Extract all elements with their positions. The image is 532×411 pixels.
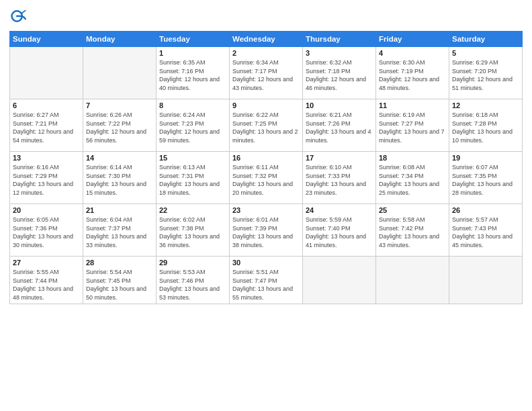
day-number: 19 bbox=[452, 154, 519, 162]
calendar-cell: 19Sunrise: 6:07 AM Sunset: 7:35 PM Dayli… bbox=[449, 152, 523, 204]
day-number: 16 bbox=[232, 154, 300, 162]
day-number: 8 bbox=[159, 101, 226, 109]
day-number: 29 bbox=[159, 259, 226, 267]
calendar-cell: 24Sunrise: 5:59 AM Sunset: 7:40 PM Dayli… bbox=[303, 204, 376, 257]
calendar-week-row: 6Sunrise: 6:27 AM Sunset: 7:21 PM Daylig… bbox=[10, 99, 523, 152]
day-info: Sunrise: 5:51 AM Sunset: 7:47 PM Dayligh… bbox=[232, 268, 300, 302]
calendar-cell: 22Sunrise: 6:02 AM Sunset: 7:38 PM Dayli… bbox=[157, 204, 230, 257]
calendar-cell: 7Sunrise: 6:26 AM Sunset: 7:22 PM Daylig… bbox=[83, 99, 157, 152]
day-info: Sunrise: 6:35 AM Sunset: 7:16 PM Dayligh… bbox=[159, 58, 226, 92]
day-number: 14 bbox=[86, 154, 153, 162]
day-number: 26 bbox=[452, 206, 519, 214]
day-number: 2 bbox=[232, 49, 300, 57]
day-number: 25 bbox=[379, 206, 446, 214]
calendar-week-row: 1Sunrise: 6:35 AM Sunset: 7:16 PM Daylig… bbox=[10, 47, 523, 99]
calendar-cell: 2Sunrise: 6:34 AM Sunset: 7:17 PM Daylig… bbox=[230, 47, 303, 99]
calendar-week-row: 13Sunrise: 6:16 AM Sunset: 7:29 PM Dayli… bbox=[10, 152, 523, 204]
calendar-cell: 9Sunrise: 6:22 AM Sunset: 7:25 PM Daylig… bbox=[230, 99, 303, 152]
day-info: Sunrise: 6:27 AM Sunset: 7:21 PM Dayligh… bbox=[13, 111, 80, 144]
calendar-cell: 27Sunrise: 5:55 AM Sunset: 7:44 PM Dayli… bbox=[10, 257, 83, 304]
header bbox=[9, 7, 523, 26]
day-number: 23 bbox=[232, 206, 300, 214]
calendar-cell: 15Sunrise: 6:13 AM Sunset: 7:31 PM Dayli… bbox=[157, 152, 230, 204]
day-number: 18 bbox=[379, 154, 446, 162]
calendar-cell: 17Sunrise: 6:10 AM Sunset: 7:33 PM Dayli… bbox=[303, 152, 376, 204]
day-info: Sunrise: 6:32 AM Sunset: 7:18 PM Dayligh… bbox=[306, 58, 373, 92]
day-number: 21 bbox=[86, 206, 153, 214]
day-number: 15 bbox=[159, 154, 226, 162]
day-info: Sunrise: 6:22 AM Sunset: 7:25 PM Dayligh… bbox=[232, 111, 300, 144]
calendar-cell bbox=[303, 257, 376, 304]
day-info: Sunrise: 6:21 AM Sunset: 7:26 PM Dayligh… bbox=[306, 111, 373, 144]
day-number: 24 bbox=[306, 206, 373, 214]
calendar-cell: 4Sunrise: 6:30 AM Sunset: 7:19 PM Daylig… bbox=[376, 47, 449, 99]
weekday-header: Wednesday bbox=[230, 32, 303, 47]
day-info: Sunrise: 6:10 AM Sunset: 7:33 PM Dayligh… bbox=[306, 163, 373, 197]
day-info: Sunrise: 6:19 AM Sunset: 7:27 PM Dayligh… bbox=[379, 111, 446, 144]
calendar-cell: 3Sunrise: 6:32 AM Sunset: 7:18 PM Daylig… bbox=[303, 47, 376, 99]
day-number: 20 bbox=[13, 206, 80, 214]
calendar-cell: 14Sunrise: 6:14 AM Sunset: 7:30 PM Dayli… bbox=[83, 152, 157, 204]
calendar-cell: 6Sunrise: 6:27 AM Sunset: 7:21 PM Daylig… bbox=[10, 99, 83, 152]
logo bbox=[9, 7, 30, 26]
page: SundayMondayTuesdayWednesdayThursdayFrid… bbox=[0, 0, 532, 411]
weekday-header: Monday bbox=[83, 32, 157, 47]
day-info: Sunrise: 6:18 AM Sunset: 7:28 PM Dayligh… bbox=[452, 111, 519, 144]
day-info: Sunrise: 5:54 AM Sunset: 7:45 PM Dayligh… bbox=[86, 268, 153, 302]
day-number: 5 bbox=[452, 49, 519, 57]
day-info: Sunrise: 6:14 AM Sunset: 7:30 PM Dayligh… bbox=[86, 163, 153, 197]
weekday-header: Friday bbox=[376, 32, 449, 47]
day-info: Sunrise: 5:57 AM Sunset: 7:43 PM Dayligh… bbox=[452, 216, 519, 249]
day-info: Sunrise: 5:58 AM Sunset: 7:42 PM Dayligh… bbox=[379, 216, 446, 249]
calendar-cell: 8Sunrise: 6:24 AM Sunset: 7:23 PM Daylig… bbox=[157, 99, 230, 152]
day-info: Sunrise: 6:05 AM Sunset: 7:36 PM Dayligh… bbox=[13, 216, 80, 249]
day-number: 9 bbox=[232, 101, 300, 109]
calendar-cell bbox=[10, 47, 83, 99]
calendar-cell: 23Sunrise: 6:01 AM Sunset: 7:39 PM Dayli… bbox=[230, 204, 303, 257]
logo-icon bbox=[9, 7, 28, 26]
calendar-cell bbox=[449, 257, 523, 304]
day-number: 27 bbox=[13, 259, 80, 267]
day-info: Sunrise: 6:13 AM Sunset: 7:31 PM Dayligh… bbox=[159, 163, 226, 197]
day-info: Sunrise: 5:53 AM Sunset: 7:46 PM Dayligh… bbox=[159, 268, 226, 302]
day-number: 22 bbox=[159, 206, 226, 214]
day-number: 3 bbox=[306, 49, 373, 57]
calendar-cell: 12Sunrise: 6:18 AM Sunset: 7:28 PM Dayli… bbox=[449, 99, 523, 152]
calendar-cell: 16Sunrise: 6:11 AM Sunset: 7:32 PM Dayli… bbox=[230, 152, 303, 204]
day-info: Sunrise: 6:07 AM Sunset: 7:35 PM Dayligh… bbox=[452, 163, 519, 197]
day-number: 28 bbox=[86, 259, 153, 267]
calendar-cell: 30Sunrise: 5:51 AM Sunset: 7:47 PM Dayli… bbox=[230, 257, 303, 304]
day-number: 30 bbox=[232, 259, 300, 267]
calendar: SundayMondayTuesdayWednesdayThursdayFrid… bbox=[9, 31, 523, 304]
day-info: Sunrise: 5:59 AM Sunset: 7:40 PM Dayligh… bbox=[306, 216, 373, 249]
calendar-cell: 5Sunrise: 6:29 AM Sunset: 7:20 PM Daylig… bbox=[449, 47, 523, 99]
calendar-cell bbox=[83, 47, 157, 99]
day-info: Sunrise: 6:26 AM Sunset: 7:22 PM Dayligh… bbox=[86, 111, 153, 144]
day-info: Sunrise: 6:04 AM Sunset: 7:37 PM Dayligh… bbox=[86, 216, 153, 249]
weekday-header: Sunday bbox=[10, 32, 83, 47]
calendar-cell: 28Sunrise: 5:54 AM Sunset: 7:45 PM Dayli… bbox=[83, 257, 157, 304]
day-info: Sunrise: 6:11 AM Sunset: 7:32 PM Dayligh… bbox=[232, 163, 300, 197]
day-info: Sunrise: 6:16 AM Sunset: 7:29 PM Dayligh… bbox=[13, 163, 80, 197]
weekday-header: Thursday bbox=[303, 32, 376, 47]
day-info: Sunrise: 6:01 AM Sunset: 7:39 PM Dayligh… bbox=[232, 216, 300, 249]
day-info: Sunrise: 6:08 AM Sunset: 7:34 PM Dayligh… bbox=[379, 163, 446, 197]
calendar-cell bbox=[376, 257, 449, 304]
weekday-header: Saturday bbox=[449, 32, 523, 47]
day-number: 12 bbox=[452, 101, 519, 109]
day-number: 17 bbox=[306, 154, 373, 162]
weekday-header: Tuesday bbox=[157, 32, 230, 47]
day-number: 1 bbox=[159, 49, 226, 57]
day-number: 13 bbox=[13, 154, 80, 162]
day-info: Sunrise: 6:02 AM Sunset: 7:38 PM Dayligh… bbox=[159, 216, 226, 249]
calendar-cell: 20Sunrise: 6:05 AM Sunset: 7:36 PM Dayli… bbox=[10, 204, 83, 257]
calendar-cell: 26Sunrise: 5:57 AM Sunset: 7:43 PM Dayli… bbox=[449, 204, 523, 257]
day-number: 4 bbox=[379, 49, 446, 57]
calendar-cell: 21Sunrise: 6:04 AM Sunset: 7:37 PM Dayli… bbox=[83, 204, 157, 257]
day-info: Sunrise: 6:29 AM Sunset: 7:20 PM Dayligh… bbox=[452, 58, 519, 92]
day-info: Sunrise: 6:30 AM Sunset: 7:19 PM Dayligh… bbox=[379, 58, 446, 92]
calendar-week-row: 27Sunrise: 5:55 AM Sunset: 7:44 PM Dayli… bbox=[10, 257, 523, 304]
calendar-cell: 13Sunrise: 6:16 AM Sunset: 7:29 PM Dayli… bbox=[10, 152, 83, 204]
calendar-cell: 1Sunrise: 6:35 AM Sunset: 7:16 PM Daylig… bbox=[157, 47, 230, 99]
calendar-cell: 11Sunrise: 6:19 AM Sunset: 7:27 PM Dayli… bbox=[376, 99, 449, 152]
